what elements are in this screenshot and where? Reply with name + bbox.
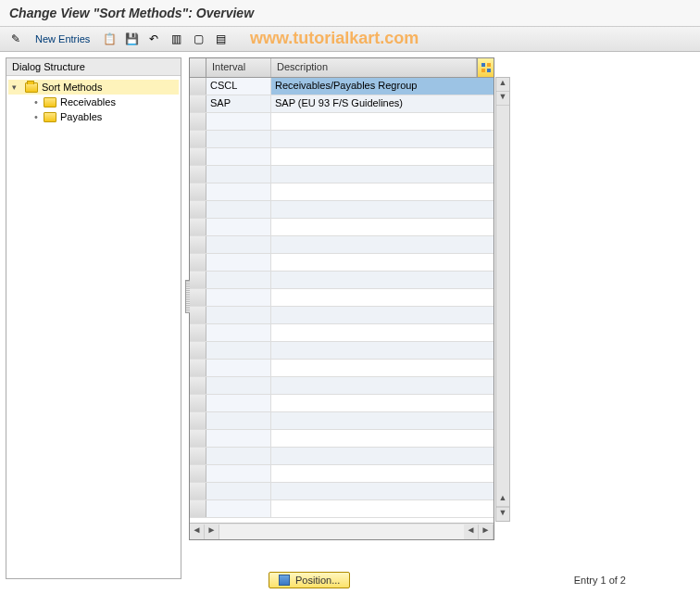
- save-icon[interactable]: 💾: [123, 31, 140, 47]
- cell-description[interactable]: [271, 448, 494, 464]
- row-selector[interactable]: [190, 483, 206, 499]
- cell-description[interactable]: [271, 289, 494, 306]
- row-selector[interactable]: [190, 430, 206, 447]
- select-all-icon[interactable]: ▥: [168, 31, 184, 47]
- row-selector[interactable]: [190, 272, 206, 288]
- cell-interval[interactable]: [206, 272, 271, 288]
- row-selector[interactable]: [190, 254, 206, 271]
- row-selector[interactable]: [190, 500, 206, 517]
- tree-item-payables[interactable]: • Payables: [8, 109, 179, 124]
- table-row[interactable]: [190, 201, 494, 219]
- cell-interval[interactable]: [206, 201, 271, 218]
- cell-description[interactable]: [271, 430, 494, 447]
- cell-description[interactable]: [271, 395, 494, 411]
- cell-description[interactable]: Receivables/Payables Regroup: [271, 78, 494, 95]
- cell-interval[interactable]: [206, 236, 271, 253]
- copy-icon[interactable]: 📋: [101, 31, 118, 47]
- cell-description[interactable]: [271, 219, 494, 235]
- row-selector[interactable]: [190, 236, 206, 253]
- cell-description[interactable]: [271, 465, 494, 482]
- table-row[interactable]: [190, 113, 494, 131]
- table-settings-icon[interactable]: [477, 58, 494, 77]
- scroll-track[interactable]: [496, 106, 509, 493]
- row-selector[interactable]: [190, 342, 206, 359]
- cell-interval[interactable]: [206, 360, 271, 376]
- row-selector[interactable]: [190, 448, 206, 464]
- col-description[interactable]: Description: [271, 58, 477, 77]
- cell-interval[interactable]: [206, 307, 271, 323]
- scroll-up-icon[interactable]: ▲: [496, 493, 509, 507]
- cell-interval[interactable]: [206, 448, 271, 464]
- scroll-left-icon[interactable]: ◄: [190, 524, 205, 539]
- table-row[interactable]: [190, 412, 494, 430]
- row-selector[interactable]: [190, 148, 206, 165]
- cell-interval[interactable]: [206, 289, 271, 306]
- row-selector[interactable]: [190, 219, 206, 235]
- deselect-icon[interactable]: ▢: [190, 31, 206, 47]
- cell-interval[interactable]: [206, 483, 271, 499]
- row-selector[interactable]: [190, 113, 206, 130]
- cell-interval[interactable]: [206, 219, 271, 235]
- cell-interval[interactable]: [206, 430, 271, 447]
- new-entries-button[interactable]: New Entries: [30, 32, 95, 46]
- table-row[interactable]: [190, 395, 494, 412]
- cell-description[interactable]: [271, 148, 494, 165]
- scroll-down-icon[interactable]: ▼: [496, 507, 509, 521]
- table-row[interactable]: [190, 219, 494, 236]
- cell-description[interactable]: SAP (EU 93 F/S Guidelines): [271, 95, 494, 112]
- cell-interval[interactable]: SAP: [206, 95, 271, 112]
- cell-interval[interactable]: [206, 500, 271, 517]
- row-selector[interactable]: [190, 131, 206, 147]
- position-button[interactable]: Position...: [269, 572, 350, 588]
- horizontal-scrollbar[interactable]: ◄ ► ◄ ►: [190, 523, 494, 539]
- cell-interval[interactable]: [206, 113, 271, 130]
- cell-description[interactable]: [271, 412, 494, 429]
- cell-description[interactable]: [271, 360, 494, 376]
- cell-interval[interactable]: [206, 254, 271, 271]
- table-row[interactable]: [190, 183, 494, 201]
- table-row[interactable]: [190, 307, 494, 324]
- row-selector[interactable]: [190, 166, 206, 183]
- cell-description[interactable]: [271, 377, 494, 394]
- row-selector[interactable]: [190, 412, 206, 429]
- cell-description[interactable]: [271, 254, 494, 271]
- tree-item-receivables[interactable]: • Receivables: [8, 95, 179, 109]
- cell-description[interactable]: [271, 272, 494, 288]
- col-interval[interactable]: Interval: [206, 58, 271, 77]
- cell-description[interactable]: [271, 131, 494, 147]
- cell-description[interactable]: [271, 342, 494, 359]
- cell-interval[interactable]: [206, 148, 271, 165]
- scroll-up-icon[interactable]: ▲: [496, 78, 509, 92]
- table-row[interactable]: [190, 448, 494, 465]
- table-row[interactable]: [190, 430, 494, 448]
- cell-description[interactable]: [271, 483, 494, 499]
- cell-interval[interactable]: [206, 183, 271, 200]
- cell-interval[interactable]: [206, 342, 271, 359]
- col-selector[interactable]: [190, 58, 206, 77]
- cell-interval[interactable]: [206, 324, 271, 341]
- tree-collapse-icon[interactable]: ▾: [12, 82, 21, 92]
- cell-interval[interactable]: [206, 465, 271, 482]
- cell-description[interactable]: [271, 166, 494, 183]
- row-selector[interactable]: [190, 183, 206, 200]
- table-row[interactable]: [190, 483, 494, 500]
- table-row[interactable]: [190, 131, 494, 148]
- cell-interval[interactable]: [206, 131, 271, 147]
- delimit-icon[interactable]: ▤: [212, 31, 229, 47]
- undo-icon[interactable]: ↶: [145, 31, 162, 47]
- row-selector[interactable]: [190, 395, 206, 411]
- table-row[interactable]: [190, 272, 494, 289]
- toggle-edit-icon[interactable]: ✎: [7, 31, 24, 47]
- table-row[interactable]: [190, 166, 494, 183]
- row-selector[interactable]: [190, 78, 206, 95]
- cell-interval[interactable]: [206, 412, 271, 429]
- scroll-right-icon[interactable]: ►: [479, 524, 494, 539]
- table-row[interactable]: [190, 377, 494, 395]
- cell-description[interactable]: [271, 324, 494, 341]
- row-selector[interactable]: [190, 360, 206, 376]
- scroll-down-icon[interactable]: ▼: [496, 92, 509, 106]
- table-row[interactable]: [190, 236, 494, 254]
- row-selector[interactable]: [190, 465, 206, 482]
- row-selector[interactable]: [190, 324, 206, 341]
- table-row[interactable]: [190, 360, 494, 377]
